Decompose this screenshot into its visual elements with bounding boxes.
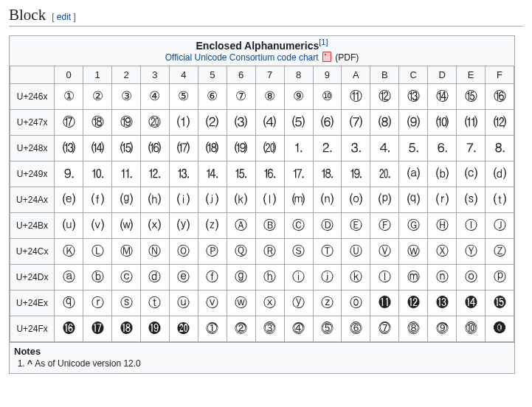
table-row: U+24Bx⒰⒱⒲⒳⒴⒵ⒶⒷⒸⒹⒺⒻⒼⒽⒾⒿ — [10, 212, 514, 238]
glyph-cell: ⒛ — [370, 161, 399, 187]
glyph-cell: ⒊ — [342, 135, 370, 161]
table-row: U+246x①②③④⑤⑥⑦⑧⑨⑩⑪⑫⑬⑭⑮⑯ — [10, 83, 514, 109]
col-header: A — [342, 66, 370, 83]
glyph-cell: ⓓ — [140, 264, 169, 290]
glyph-cell: Ⓓ — [313, 212, 342, 238]
glyph-cell: ⒥ — [198, 187, 227, 212]
glyph-cell: ⓐ — [55, 264, 83, 290]
glyph-cell: Ⓩ — [486, 238, 514, 264]
glyph-cell: ⓫ — [370, 290, 399, 316]
glyph-cell: ⒇ — [255, 135, 284, 161]
glyph-cell: ⒞ — [457, 161, 486, 187]
glyph-cell: ⒖ — [227, 161, 255, 187]
glyph-cell: Ⓥ — [370, 238, 399, 264]
glyph-cell: Ⓠ — [227, 238, 255, 264]
glyph-cell: ⑨ — [284, 83, 313, 109]
table-row: U+24Exⓠⓡⓢⓣⓤⓥⓦⓧⓨⓩ⓪⓫⓬⓭⓮⓯ — [10, 290, 514, 316]
col-header: 7 — [255, 66, 284, 83]
edit-section: [ edit ] — [52, 12, 76, 22]
glyph-cell: ⒤ — [169, 187, 198, 212]
glyph-cell: ⓙ — [313, 264, 342, 290]
glyph-cell: ⑫ — [370, 83, 399, 109]
svg-rect-2 — [323, 52, 331, 61]
glyph-cell: ⓪ — [342, 290, 370, 316]
glyph-cell: ⓘ — [284, 264, 313, 290]
chart-ref[interactable]: [1] — [319, 38, 328, 46]
glyph-cell: ⑹ — [313, 109, 342, 135]
glyph-cell: Ⓦ — [399, 238, 428, 264]
edit-link[interactable]: edit — [57, 12, 71, 22]
glyph-cell: ⑦ — [227, 83, 255, 109]
glyph-cell: ② — [83, 83, 112, 109]
glyph-cell: ⓯ — [486, 290, 514, 316]
notes-heading: Notes — [14, 346, 510, 357]
glyph-cell: ⒓ — [140, 161, 169, 187]
glyph-cell: ⑽ — [428, 109, 457, 135]
section-heading: Block — [9, 6, 46, 24]
col-header: 3 — [140, 66, 169, 83]
glyph-cell: ⑲ — [112, 109, 141, 135]
glyph-cell: ⒡ — [83, 187, 112, 212]
glyph-cell: ⑰ — [55, 109, 83, 135]
glyph-cell: ⓞ — [457, 264, 486, 290]
glyph-cell: Ⓝ — [140, 238, 169, 264]
glyph-cell: ⓑ — [83, 264, 112, 290]
note-item: ^ As of Unicode version 12.0 — [27, 358, 510, 369]
glyph-cell: ⑬ — [399, 83, 428, 109]
glyph-cell: ⒳ — [140, 212, 169, 238]
glyph-cell: ⒌ — [399, 135, 428, 161]
col-header: 4 — [169, 66, 198, 83]
glyph-cell: ⒉ — [313, 135, 342, 161]
glyph-cell: Ⓡ — [255, 238, 284, 264]
corner-cell — [10, 66, 55, 83]
glyph-cell: ⑳ — [140, 109, 169, 135]
glyph-cell: Ⓒ — [284, 212, 313, 238]
glyph-cell: ⑷ — [255, 109, 284, 135]
glyph-cell: ⒟ — [486, 161, 514, 187]
glyph-cell: ⑺ — [342, 109, 370, 135]
glyph-cell: ⒝ — [428, 161, 457, 187]
glyph-cell: ⒯ — [486, 187, 514, 212]
note-caret[interactable]: ^ — [27, 358, 35, 369]
glyph-cell: ⒱ — [83, 212, 112, 238]
glyph-cell: ⓽ — [428, 316, 457, 341]
glyph-cell: ⓡ — [83, 290, 112, 316]
glyph-cell: ⓣ — [140, 290, 169, 316]
glyph-cell: ⓢ — [112, 290, 141, 316]
col-header: 5 — [198, 66, 227, 83]
pdf-icon — [322, 52, 331, 62]
glyph-cell: ⒮ — [457, 187, 486, 212]
glyph-cell: ⒎ — [457, 135, 486, 161]
glyph-cell: ⒏ — [486, 135, 514, 161]
col-header: 1 — [83, 66, 112, 83]
glyph-cell: Ⓨ — [457, 238, 486, 264]
glyph-cell: ⒄ — [169, 135, 198, 161]
glyph-cell: ⒫ — [370, 187, 399, 212]
glyph-cell: ⒦ — [227, 187, 255, 212]
glyph-cell: ⒠ — [55, 187, 83, 212]
glyph-cell: Ⓔ — [342, 212, 370, 238]
glyph-cell: ⒣ — [140, 187, 169, 212]
glyph-cell: ⑥ — [198, 83, 227, 109]
glyph-cell: ⑭ — [428, 83, 457, 109]
notes-section: Notes ^ As of Unicode version 12.0 — [10, 342, 514, 373]
col-header: B — [370, 66, 399, 83]
row-header: U+249x — [10, 161, 55, 187]
glyph-cell: ⓒ — [112, 264, 141, 290]
col-header: 9 — [313, 66, 342, 83]
row-header: U+248x — [10, 135, 55, 161]
glyph-cell: ⓱ — [83, 316, 112, 341]
glyph-cell: ⒁ — [83, 135, 112, 161]
note-text: As of Unicode version 12.0 — [35, 358, 140, 369]
glyph-cell: ⓾ — [457, 316, 486, 341]
glyph-cell: Ⓑ — [255, 212, 284, 238]
col-header: C — [399, 66, 428, 83]
glyph-cell: ⓩ — [313, 290, 342, 316]
row-header: U+24Ex — [10, 290, 55, 316]
chart-title: Enclosed Alphanumerics[1] — [10, 36, 514, 52]
table-row: U+248x⒀⒁⒂⒃⒄⒅⒆⒇⒈⒉⒊⒋⒌⒍⒎⒏ — [10, 135, 514, 161]
glyph-cell: ⓖ — [227, 264, 255, 290]
glyph-cell: Ⓕ — [370, 212, 399, 238]
table-row: U+249x⒐⒑⒒⒓⒔⒕⒖⒗⒘⒙⒚⒛⒜⒝⒞⒟ — [10, 161, 514, 187]
chart-link[interactable]: Official Unicode Consortium code chart — [165, 52, 319, 63]
